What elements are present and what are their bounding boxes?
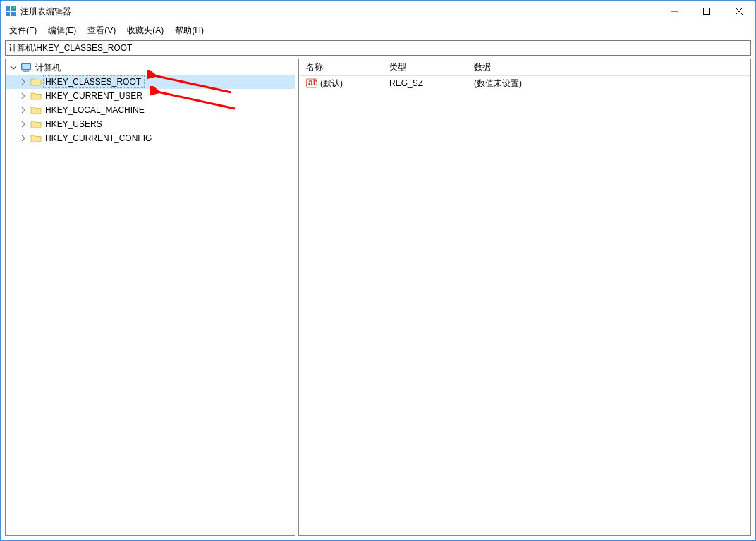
svg-rect-10 <box>23 64 30 69</box>
menu-file[interactable]: 文件(F) <box>4 23 42 39</box>
tree-item-label: HKEY_CLASSES_ROOT <box>43 75 145 88</box>
folder-icon <box>30 76 42 87</box>
menubar: 文件(F) 编辑(E) 查看(V) 收藏夹(A) 帮助(H) <box>1 22 755 39</box>
folder-icon <box>30 104 42 116</box>
computer-icon <box>20 62 32 73</box>
value-name: (默认) <box>320 78 343 90</box>
folder-icon <box>30 90 42 102</box>
svg-text:ab: ab <box>308 78 317 87</box>
list-header: 名称 类型 数据 <box>299 59 750 76</box>
window-title: 注册表编辑器 <box>20 6 658 18</box>
maximize-button[interactable] <box>690 1 723 22</box>
svg-point-4 <box>13 6 16 9</box>
svg-rect-6 <box>704 8 710 15</box>
chevron-down-icon[interactable] <box>8 63 18 73</box>
minimize-button[interactable] <box>658 1 690 22</box>
tree-pane: 计算机 HKEY_CLASSES_ROOT HKEY_CURREN <box>5 59 295 536</box>
tree-root-computer[interactable]: 计算机 <box>6 61 295 75</box>
menu-favorites[interactable]: 收藏夹(A) <box>121 23 169 39</box>
tree-item-hkey-current-user[interactable]: HKEY_CURRENT_USER <box>6 89 295 103</box>
tree-item-hkey-classes-root[interactable]: HKEY_CLASSES_ROOT <box>6 75 295 89</box>
chevron-right-icon[interactable] <box>18 105 28 115</box>
list-row[interactable]: ab (默认) REG_SZ (数值未设置) <box>299 76 750 90</box>
chevron-right-icon[interactable] <box>18 119 28 129</box>
folder-icon <box>30 133 42 144</box>
chevron-right-icon[interactable] <box>18 77 28 87</box>
chevron-right-icon[interactable] <box>18 133 28 143</box>
column-header-name[interactable]: 名称 <box>299 59 382 76</box>
address-path: 计算机\HKEY_CLASSES_ROOT <box>8 42 132 54</box>
tree-item-label: HKEY_CURRENT_USER <box>44 90 145 102</box>
svg-rect-3 <box>11 12 16 16</box>
value-data: (数值未设置) <box>467 78 750 90</box>
titlebar: 注册表编辑器 <box>1 1 755 22</box>
column-header-data[interactable]: 数据 <box>467 59 750 76</box>
folder-icon <box>30 118 42 130</box>
tree-root-label: 计算机 <box>34 61 63 75</box>
value-type: REG_SZ <box>382 78 467 88</box>
column-header-type[interactable]: 类型 <box>382 59 467 76</box>
tree-item-hkey-users[interactable]: HKEY_USERS <box>6 117 295 131</box>
tree-item-label: HKEY_CURRENT_CONFIG <box>44 133 154 144</box>
close-button[interactable] <box>723 1 755 22</box>
tree-item-hkey-local-machine[interactable]: HKEY_LOCAL_MACHINE <box>6 103 295 117</box>
tree-item-label: HKEY_LOCAL_MACHINE <box>44 104 147 116</box>
values-pane: 名称 类型 数据 ab (默认) REG_SZ (数值未设置) <box>298 59 751 536</box>
menu-view[interactable]: 查看(V) <box>82 23 121 39</box>
svg-rect-11 <box>23 71 29 72</box>
menu-help[interactable]: 帮助(H) <box>169 23 209 39</box>
chevron-right-icon[interactable] <box>18 91 28 101</box>
svg-rect-0 <box>6 6 10 11</box>
svg-rect-2 <box>6 12 10 16</box>
address-bar[interactable]: 计算机\HKEY_CLASSES_ROOT <box>5 40 751 56</box>
regedit-app-icon <box>5 6 16 17</box>
tree-item-hkey-current-config[interactable]: HKEY_CURRENT_CONFIG <box>6 131 295 145</box>
menu-edit[interactable]: 编辑(E) <box>42 23 82 39</box>
tree-item-label: HKEY_USERS <box>44 118 105 130</box>
string-value-icon: ab <box>306 78 317 89</box>
